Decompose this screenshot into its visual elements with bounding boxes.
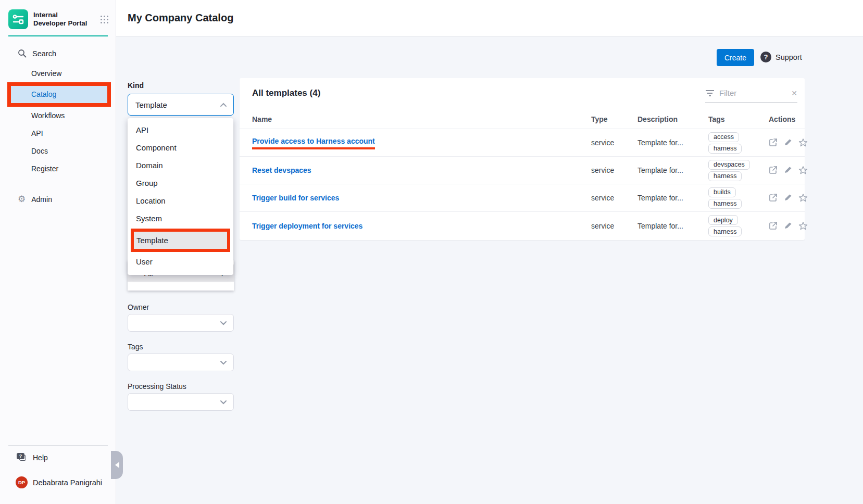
row-tags: accessharness bbox=[708, 130, 769, 156]
kind-filter-label: Kind bbox=[128, 81, 144, 90]
kind-option-group[interactable]: Group bbox=[128, 174, 233, 192]
app-logo-icon bbox=[8, 9, 28, 29]
tag-chip: deploy bbox=[708, 215, 738, 225]
star-icon[interactable] bbox=[798, 138, 808, 147]
sidebar-item-docs[interactable]: Docs bbox=[0, 142, 116, 160]
star-icon[interactable] bbox=[798, 166, 808, 175]
chevron-left-icon bbox=[115, 462, 119, 468]
sidebar-item-catalog[interactable]: Catalog bbox=[11, 86, 107, 103]
row-description: Template for... bbox=[637, 222, 708, 230]
processing-status-filter-label: Processing Status bbox=[128, 382, 186, 390]
row-actions bbox=[769, 138, 814, 147]
col-tags: Tags bbox=[708, 115, 769, 123]
kind-option-label: System bbox=[136, 214, 162, 223]
kind-option-domain[interactable]: Domain bbox=[128, 157, 233, 174]
brand-divider bbox=[8, 35, 108, 36]
clear-filter-icon[interactable]: ✕ bbox=[791, 90, 797, 97]
sidebar-item-register[interactable]: Register bbox=[0, 160, 116, 178]
tag-chip: devspaces bbox=[708, 160, 750, 170]
tags-filter-label: Tags bbox=[128, 343, 143, 351]
kind-select-value: Template bbox=[135, 100, 167, 109]
open-in-new-icon[interactable] bbox=[769, 138, 778, 147]
avatar: DP bbox=[16, 476, 28, 488]
row-name-link[interactable]: Trigger deployment for services bbox=[252, 222, 362, 230]
star-icon[interactable] bbox=[798, 193, 808, 203]
tags-select[interactable] bbox=[128, 354, 234, 371]
support-button[interactable]: ? Support bbox=[760, 52, 802, 62]
kind-option-system[interactable]: System bbox=[128, 210, 233, 228]
sidebar-collapse-handle[interactable] bbox=[111, 451, 123, 479]
kind-option-label: API bbox=[136, 125, 148, 134]
kind-option-label: Domain bbox=[136, 161, 163, 170]
chevron-down-icon bbox=[220, 400, 227, 405]
edit-pencil-icon[interactable] bbox=[784, 221, 792, 230]
kind-option-component[interactable]: Component bbox=[128, 139, 233, 157]
help-chat-icon: ? bbox=[17, 453, 27, 462]
row-name-link[interactable]: Provide access to Harness account bbox=[252, 137, 375, 149]
open-in-new-icon[interactable] bbox=[769, 166, 778, 174]
sidebar-item-api[interactable]: API bbox=[0, 124, 116, 142]
tag-chip: access bbox=[708, 132, 739, 142]
row-actions bbox=[769, 221, 814, 231]
sidebar-item-overview[interactable]: Overview bbox=[0, 65, 116, 82]
filter-funnel-icon bbox=[705, 90, 715, 96]
star-icon[interactable] bbox=[798, 221, 808, 231]
table-header-row: Name Type Description Tags Actions bbox=[240, 109, 805, 129]
edit-pencil-icon[interactable] bbox=[784, 138, 792, 146]
row-name-link[interactable]: Trigger build for services bbox=[252, 194, 339, 202]
logo-row: Internal Developer Portal bbox=[8, 9, 109, 29]
kind-dropdown: APIComponentDomainGroupLocationSystemTem… bbox=[128, 118, 233, 275]
sidebar-search[interactable]: Search bbox=[18, 49, 56, 58]
col-type: Type bbox=[591, 115, 637, 123]
app-title: Internal Developer Portal bbox=[33, 9, 92, 28]
owner-select[interactable] bbox=[128, 314, 234, 332]
kind-option-location[interactable]: Location bbox=[128, 192, 233, 210]
tag-chip: harness bbox=[708, 226, 742, 236]
create-button[interactable]: Create bbox=[717, 49, 754, 66]
table-row: Provide access to Harness account servic… bbox=[240, 129, 805, 157]
app-root: Internal Developer Portal Search Overvie… bbox=[0, 0, 863, 504]
row-tags: buildsharness bbox=[708, 185, 769, 211]
apps-grid-icon[interactable] bbox=[101, 16, 109, 23]
sidebar-item-help[interactable]: ? Help bbox=[17, 453, 48, 462]
sidebar-bottom-divider bbox=[8, 445, 108, 446]
processing-status-select[interactable] bbox=[128, 393, 234, 411]
row-description: Template for... bbox=[637, 166, 708, 174]
gear-icon: ⚙ bbox=[18, 194, 26, 205]
search-label: Search bbox=[32, 49, 56, 58]
tag-chip: harness bbox=[708, 171, 742, 181]
top-bar: My Company Catalog bbox=[116, 0, 863, 36]
page-title: My Company Catalog bbox=[128, 12, 233, 24]
kind-select[interactable]: Template bbox=[128, 94, 234, 116]
row-actions bbox=[769, 166, 814, 175]
table-filter: ✕ bbox=[705, 89, 797, 103]
kind-option-label: Location bbox=[136, 196, 166, 205]
edit-pencil-icon[interactable] bbox=[784, 193, 792, 201]
kind-option-label: Template bbox=[136, 236, 168, 245]
sidebar-nav: Overview Catalog Workflows API Docs Regi… bbox=[0, 65, 116, 178]
search-icon bbox=[18, 49, 27, 58]
table-row: Trigger build for services service Templ… bbox=[240, 184, 805, 212]
row-type: service bbox=[591, 166, 637, 174]
templates-card: All templates (4) ✕ Name Type Descriptio… bbox=[240, 78, 805, 240]
row-type: service bbox=[591, 138, 637, 147]
row-name-link[interactable]: Reset devspaces bbox=[252, 166, 311, 174]
kind-option-api[interactable]: API bbox=[128, 121, 233, 139]
kind-option-label: User bbox=[136, 257, 153, 266]
table-body: Provide access to Harness account servic… bbox=[240, 129, 805, 240]
support-label: Support bbox=[776, 53, 802, 61]
kind-option-user[interactable]: User bbox=[128, 253, 233, 271]
open-in-new-icon[interactable] bbox=[769, 193, 778, 202]
user-menu[interactable]: DP Debabrata Panigrahi bbox=[16, 476, 102, 488]
sidebar-item-workflows[interactable]: Workflows bbox=[0, 107, 116, 124]
kind-option-template[interactable]: Template bbox=[131, 229, 230, 252]
open-in-new-icon[interactable] bbox=[769, 221, 778, 230]
chevron-up-icon bbox=[220, 103, 227, 107]
question-circle-icon: ? bbox=[760, 52, 771, 62]
sidebar-item-admin[interactable]: ⚙ Admin bbox=[18, 194, 52, 205]
kind-option-label: Group bbox=[136, 179, 158, 187]
edit-pencil-icon[interactable] bbox=[784, 166, 792, 174]
templates-card-title: All templates (4) bbox=[252, 88, 320, 98]
row-tags: devspacesharness bbox=[708, 157, 769, 184]
table-filter-input[interactable] bbox=[719, 89, 786, 97]
